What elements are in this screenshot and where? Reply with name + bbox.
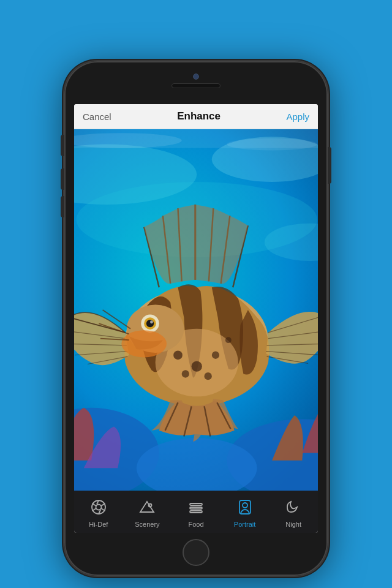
svg-rect-65 [190, 511, 202, 513]
filter-night[interactable]: Night [269, 497, 318, 528]
svg-point-67 [243, 503, 247, 508]
svg-point-45 [150, 320, 153, 323]
portrait-icon [235, 497, 255, 518]
svg-point-52 [227, 138, 317, 151]
moon-icon [283, 497, 304, 518]
home-button [183, 539, 209, 566]
food-icon [186, 497, 206, 518]
filter-food-label: Food [188, 521, 203, 528]
svg-point-53 [92, 500, 105, 514]
apply-button[interactable]: Apply [286, 111, 309, 122]
svg-point-16 [182, 370, 189, 377]
filter-portrait[interactable]: Portrait [221, 497, 270, 528]
photo-area [74, 129, 318, 491]
svg-marker-61 [140, 502, 154, 512]
filter-bar: Hi-Def Scenery [74, 491, 318, 533]
svg-point-13 [173, 350, 183, 360]
svg-point-15 [212, 352, 219, 359]
filter-food[interactable]: Food [172, 497, 221, 528]
filter-hidef-label: Hi-Def [89, 521, 108, 528]
speaker-grill [172, 83, 221, 88]
camera-dot [193, 74, 199, 80]
screen-topbar: Cancel Enhance Apply [74, 104, 318, 129]
screen-title: Enhance [177, 110, 221, 123]
filter-night-label: Night [285, 521, 301, 528]
filter-hidef[interactable]: Hi-Def [74, 497, 123, 528]
svg-point-62 [149, 504, 152, 507]
phone-screen: Cancel Enhance Apply [74, 104, 318, 533]
svg-rect-64 [190, 507, 202, 509]
svg-point-44 [146, 320, 154, 327]
filter-portrait-label: Portrait [234, 521, 255, 528]
filter-scenery[interactable]: Scenery [123, 497, 172, 528]
filter-scenery-label: Scenery [135, 521, 159, 528]
svg-point-14 [192, 361, 202, 372]
svg-rect-63 [190, 503, 202, 505]
svg-point-54 [96, 505, 101, 510]
mountain-icon [137, 497, 157, 518]
phone-top-details [172, 74, 221, 88]
photo-image [74, 129, 318, 491]
cancel-button[interactable]: Cancel [83, 111, 111, 122]
phone-mockup: Cancel Enhance Apply [64, 61, 328, 576]
aperture-icon [88, 497, 109, 518]
svg-point-17 [205, 372, 212, 380]
svg-point-19 [225, 337, 232, 343]
